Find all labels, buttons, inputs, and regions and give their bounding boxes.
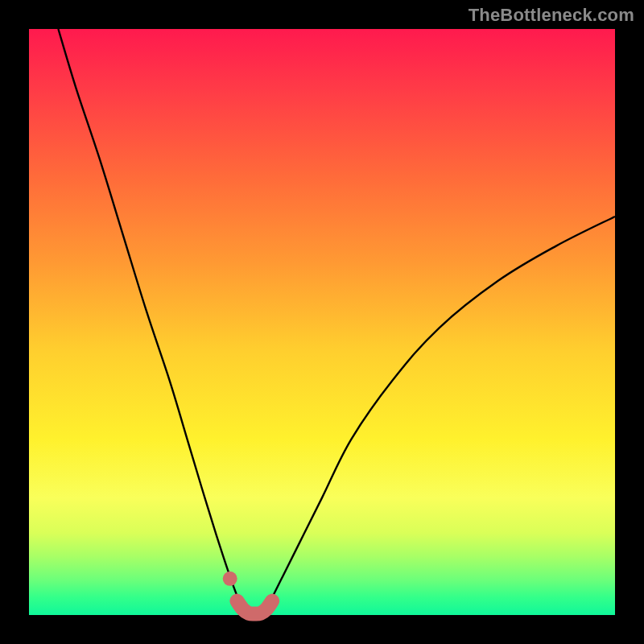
- watermark-text: TheBottleneck.com: [469, 5, 634, 26]
- left-dot-marker: [223, 572, 237, 586]
- valley-highlight: [237, 601, 272, 614]
- chart-frame: TheBottleneck.com: [0, 0, 644, 644]
- plot-area: [29, 29, 615, 615]
- curve-right-branch: [269, 217, 615, 603]
- curve-left-branch: [58, 29, 240, 603]
- curve-layer: [29, 29, 615, 615]
